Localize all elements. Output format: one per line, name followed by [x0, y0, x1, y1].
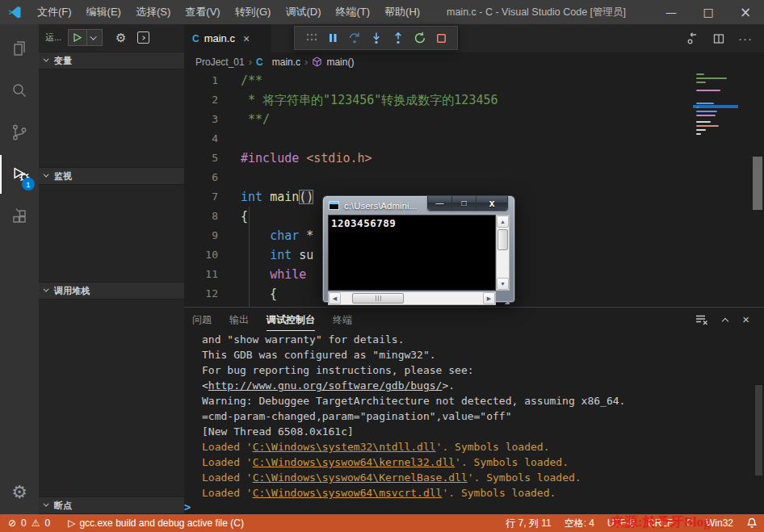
debug-console-input[interactable] — [191, 501, 675, 513]
section-variables[interactable]: 变量 — [39, 52, 184, 69]
maximize-button[interactable]: □ — [690, 0, 727, 24]
notifications-bell-icon[interactable] — [746, 517, 758, 529]
debug-console-toggle-icon[interactable] — [137, 31, 149, 44]
indent-guide — [249, 207, 250, 307]
console-vscroll-thumb[interactable] — [497, 229, 508, 250]
scroll-right-icon[interactable]: ▶ — [483, 292, 495, 304]
cursor-position-item[interactable]: 行 7, 列 11 — [506, 517, 551, 530]
language-item[interactable]: C — [686, 517, 693, 529]
console-title-bar[interactable]: c:\Users\Admini... — □ x — [323, 196, 514, 215]
line-number: 7 — [184, 187, 218, 207]
settings-gear-icon[interactable]: ⚙ — [0, 475, 39, 508]
console-minimize-button[interactable]: — — [428, 196, 452, 210]
code-line: 6 — [184, 168, 764, 187]
console-link[interactable]: C:\Windows\syswow64\KernelBase.dll — [253, 471, 468, 484]
console-link[interactable]: C:\Windows\system32\ntdll.dll — [253, 441, 436, 453]
menu-item[interactable]: 文件(F) — [30, 6, 79, 18]
menu-item[interactable]: 终端(T) — [328, 6, 377, 18]
breadcrumb-project[interactable]: ProJect_01 — [195, 57, 245, 68]
editor-scrollbar[interactable] — [753, 157, 762, 210]
sidebar-item-search[interactable] — [0, 71, 39, 110]
console-vertical-scrollbar[interactable]: ▲ ▼ — [496, 215, 510, 291]
console-link[interactable]: C:\Windows\syswow64\kernel32.dll — [253, 456, 455, 468]
encoding-item[interactable]: UTF-8 — [607, 517, 635, 529]
debug-settings-gear-icon[interactable]: ⚙ — [115, 31, 126, 45]
section-label: 变量 — [54, 55, 72, 67]
launch-task-item[interactable]: ▷ gcc.exe build and debug active file (C… — [68, 517, 244, 529]
maximize-panel-icon[interactable] — [722, 317, 728, 324]
section-breakpoints[interactable]: 断点 — [39, 496, 184, 514]
panel-tab[interactable]: 问题 — [192, 308, 212, 330]
warnings-count[interactable]: 0 — [45, 517, 51, 529]
minimize-button[interactable]: — — [653, 0, 690, 24]
scroll-down-icon[interactable]: ▼ — [497, 278, 509, 290]
window-title: main.c - C - Visual Studio Code [管理员] — [447, 0, 626, 24]
start-debug-combo[interactable] — [68, 29, 103, 46]
breadcrumb-file[interactable]: main.c — [272, 57, 300, 68]
more-actions-icon[interactable]: ··· — [738, 31, 753, 45]
eol-item[interactable]: CRLF — [648, 517, 673, 529]
errors-icon[interactable]: ⊘ — [8, 517, 16, 529]
scroll-left-icon[interactable]: ◀ — [329, 292, 341, 304]
start-debug-play-icon[interactable] — [69, 30, 86, 45]
menu-item[interactable]: 查看(V) — [178, 6, 227, 18]
section-watch[interactable]: 监视 — [39, 167, 184, 185]
console-text: For bug reporting instructions, please s… — [202, 364, 474, 376]
breadcrumb-symbol[interactable]: main() — [326, 57, 354, 68]
console-link[interactable]: C:\Windows\syswow64\msvcrt.dll — [253, 487, 443, 499]
sidebar-item-source-control[interactable] — [0, 113, 39, 152]
panel-tab[interactable]: 终端 — [333, 308, 352, 330]
tab-close-icon[interactable]: × — [243, 32, 250, 45]
console-horizontal-scrollbar[interactable]: ◀ ▶ — [328, 291, 496, 305]
warnings-icon[interactable]: ⚠ — [31, 517, 40, 529]
menu-item[interactable]: 转到(G) — [228, 6, 279, 18]
tab-main-c[interactable]: C main.c × — [184, 24, 271, 52]
console-close-button[interactable]: x — [476, 196, 507, 210]
code-token: #include — [241, 151, 299, 165]
menu-item[interactable]: 选择(S) — [128, 6, 178, 18]
close-button[interactable]: × — [727, 0, 764, 24]
panel-close-icon[interactable]: × — [742, 312, 749, 326]
win-console-window[interactable]: c:\Users\Admini... — □ x 1203456789 ▲ ▼ … — [322, 195, 515, 303]
menu-item[interactable]: 帮助(H) — [377, 6, 427, 18]
panel-scrollbar[interactable] — [755, 385, 762, 475]
chevron-down-icon — [90, 33, 96, 40]
console-resize-grip[interactable]: ◢ — [496, 291, 510, 305]
code-token — [241, 248, 270, 262]
indentation-item[interactable]: 空格: 4 — [565, 517, 594, 530]
clear-console-icon[interactable] — [695, 313, 708, 326]
code-token: /** — [241, 73, 262, 88]
line-number: 12 — [184, 284, 218, 304]
sidebar-item-run-debug[interactable]: 1 — [0, 155, 39, 194]
step-out-button[interactable] — [387, 27, 409, 48]
toolbar-drag-handle[interactable] — [300, 27, 321, 48]
stop-button[interactable] — [430, 27, 452, 48]
menu-item[interactable]: 编辑(E) — [79, 6, 128, 18]
console-text: '. Symbols loaded. — [436, 441, 550, 453]
debug-config-dropdown[interactable] — [86, 30, 102, 45]
scroll-up-icon[interactable]: ▲ — [497, 216, 509, 228]
sidebar-item-extensions[interactable] — [0, 197, 39, 236]
platform-item[interactable]: Win32 — [706, 517, 733, 529]
split-editor-icon[interactable] — [712, 32, 725, 45]
console-text: '. Symbols loaded. — [455, 456, 569, 468]
code-line: 3 **/ — [184, 110, 764, 129]
pause-button[interactable] — [321, 27, 343, 48]
menu-item[interactable]: 调试(D) — [278, 6, 328, 18]
errors-count[interactable]: 0 — [21, 517, 27, 529]
code-token: () — [299, 190, 313, 204]
minimap[interactable] — [693, 71, 738, 184]
step-over-button[interactable] — [343, 27, 365, 48]
console-link[interactable]: http://www.gnu.org/software/gdb/bugs/ — [208, 379, 443, 392]
section-label: 调用堆栈 — [54, 285, 90, 297]
console-maximize-button[interactable]: □ — [452, 196, 476, 210]
section-call-stack[interactable]: 调用堆栈 — [39, 282, 184, 300]
sidebar-item-explorer[interactable] — [0, 29, 39, 68]
console-hscroll-thumb[interactable] — [352, 293, 404, 304]
restart-button[interactable] — [409, 27, 430, 48]
panel-tab[interactable]: 输出 — [229, 308, 249, 330]
line-number: 4 — [184, 129, 218, 149]
panel-tab[interactable]: 调试控制台 — [267, 308, 315, 331]
step-into-button[interactable] — [365, 27, 387, 48]
open-changes-icon[interactable] — [686, 32, 699, 45]
